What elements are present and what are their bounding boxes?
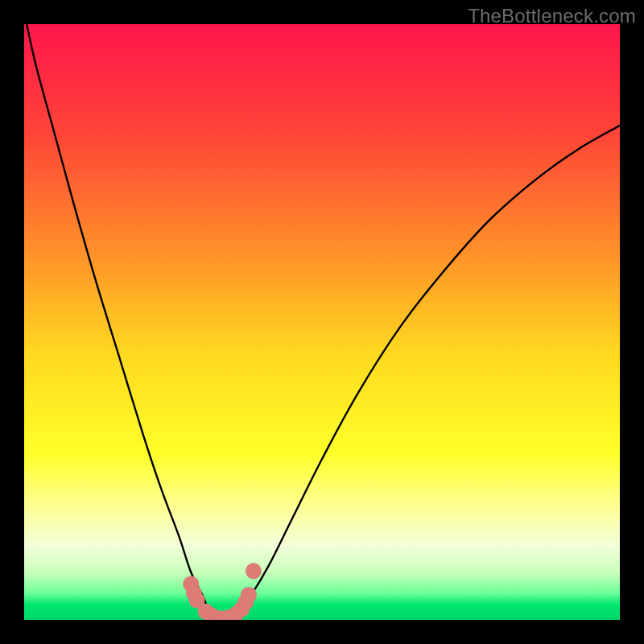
chart-frame: TheBottleneck.com	[0, 0, 644, 644]
gradient-background	[24, 24, 620, 620]
highlight-point	[246, 563, 262, 579]
plot-area	[24, 24, 620, 620]
watermark-label: TheBottleneck.com	[468, 5, 636, 27]
bottleneck-chart	[24, 24, 620, 620]
highlight-point	[241, 587, 257, 603]
